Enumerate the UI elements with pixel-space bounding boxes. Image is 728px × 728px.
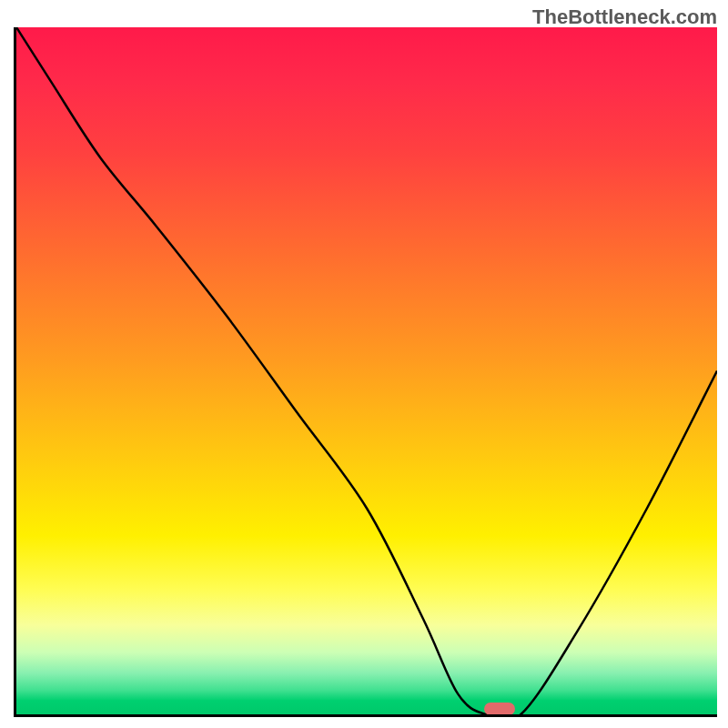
bottleneck-curve-path: [16, 27, 717, 714]
optimal-point-marker: [484, 703, 515, 715]
bottleneck-chart: [14, 27, 717, 717]
chart-curve-svg: [16, 27, 717, 714]
watermark-text: TheBottleneck.com: [532, 5, 717, 29]
